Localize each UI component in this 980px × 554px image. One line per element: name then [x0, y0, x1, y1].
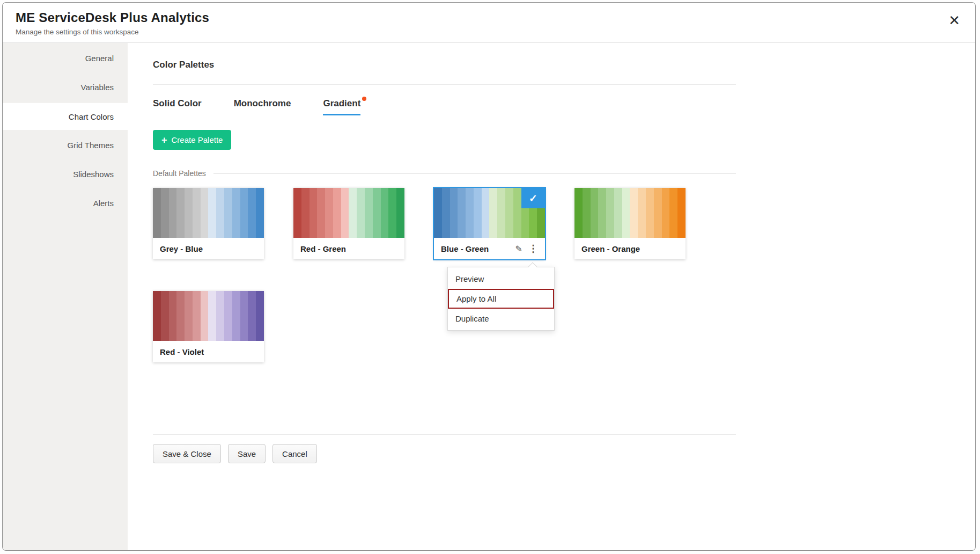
color-stripe — [176, 188, 185, 238]
sidebar-item-variables[interactable]: Variables — [3, 73, 128, 102]
sidebar-item-chart-colors[interactable]: Chart Colors — [3, 102, 128, 131]
color-stripe — [466, 188, 474, 238]
color-stripe — [240, 188, 248, 238]
tab-label: Monochrome — [234, 98, 291, 108]
palette-actions: ✎⋮ — [515, 243, 538, 254]
color-stripe — [224, 188, 232, 238]
default-palettes-row: Default Palettes — [153, 169, 736, 178]
color-stripe — [606, 188, 614, 238]
color-stripe — [622, 188, 630, 238]
color-stripe — [161, 188, 169, 238]
more-options-icon[interactable]: ⋮ — [528, 243, 538, 254]
palette-swatches — [153, 188, 264, 238]
color-stripe — [201, 291, 209, 341]
menu-item-preview[interactable]: Preview — [448, 269, 554, 289]
palette-type-tabs: Solid ColorMonochromeGradient — [153, 98, 736, 115]
color-stripe — [208, 188, 216, 238]
content-column: Color Palettes Solid ColorMonochromeGrad… — [153, 60, 736, 463]
palette-card-wrap: Red - Green — [293, 188, 404, 259]
color-stripe — [193, 188, 201, 238]
palette-card-red-green[interactable]: Red - Green — [293, 188, 404, 259]
menu-item-apply-to-all[interactable]: Apply to All — [448, 289, 554, 309]
color-stripe — [497, 188, 505, 238]
color-stripe — [293, 188, 301, 238]
footer-divider — [153, 434, 736, 435]
edit-pencil-icon[interactable]: ✎ — [515, 244, 522, 254]
palette-card-blue-green[interactable]: ✓Blue - Green✎⋮ — [434, 188, 545, 259]
palette-card-wrap: Grey - Blue — [153, 188, 264, 259]
color-stripe — [161, 291, 169, 341]
color-stripe — [341, 188, 349, 238]
color-stripe — [232, 291, 240, 341]
color-stripe — [513, 188, 521, 238]
color-stripe — [248, 291, 256, 341]
palette-name: Green - Orange — [581, 244, 679, 253]
selected-check-icon: ✓ — [521, 188, 545, 208]
palette-label-row: Grey - Blue — [153, 238, 264, 259]
color-stripe — [646, 188, 654, 238]
palette-name: Grey - Blue — [160, 244, 257, 253]
color-stripe — [325, 188, 333, 238]
screen: ME ServiceDesk Plus Analytics Manage the… — [0, 0, 980, 554]
palette-card-green-orange[interactable]: Green - Orange — [574, 188, 686, 259]
color-stripe — [677, 188, 686, 238]
save-close-button[interactable]: Save & Close — [153, 444, 221, 463]
color-stripe — [153, 188, 161, 238]
palette-name: Red - Violet — [160, 347, 257, 356]
color-stripe — [505, 188, 513, 238]
dialog-header: ME ServiceDesk Plus Analytics Manage the… — [3, 3, 975, 43]
color-stripe — [256, 188, 264, 238]
palette-label-row: Green - Orange — [574, 238, 686, 259]
sidebar: GeneralVariablesChart ColorsGrid ThemesS… — [3, 43, 128, 550]
create-palette-button[interactable]: + Create Palette — [153, 130, 231, 150]
main-panel: Color Palettes Solid ColorMonochromeGrad… — [128, 43, 975, 550]
palette-swatches — [293, 188, 404, 238]
color-stripe — [176, 291, 185, 341]
color-stripe — [317, 188, 325, 238]
palette-swatches — [153, 291, 264, 341]
color-stripe — [598, 188, 606, 238]
color-stripe — [434, 188, 442, 238]
palette-card-red-violet[interactable]: Red - Violet — [153, 291, 264, 362]
unsaved-dot-icon — [362, 97, 366, 101]
tab-monochrome[interactable]: Monochrome — [234, 98, 291, 115]
sidebar-item-general[interactable]: General — [3, 44, 128, 73]
palette-card-wrap: Red - Violet — [153, 291, 264, 362]
menu-item-duplicate[interactable]: Duplicate — [448, 309, 554, 329]
palette-label-row: Blue - Green✎⋮ — [434, 238, 545, 259]
color-stripe — [248, 188, 256, 238]
tab-label: Gradient — [323, 98, 360, 108]
default-palettes-divider — [213, 173, 736, 174]
color-stripe — [232, 188, 240, 238]
plus-icon: + — [161, 135, 167, 145]
close-icon[interactable]: ✕ — [948, 13, 960, 27]
color-stripe — [301, 188, 310, 238]
palette-label-row: Red - Violet — [153, 341, 264, 362]
palette-card-grey-blue[interactable]: Grey - Blue — [153, 188, 264, 259]
sidebar-item-slideshows[interactable]: Slideshows — [3, 160, 128, 189]
color-stripe — [357, 188, 365, 238]
color-stripe — [216, 291, 224, 341]
sidebar-item-grid-themes[interactable]: Grid Themes — [3, 131, 128, 160]
color-stripe — [381, 188, 389, 238]
footer-buttons: Save & CloseSaveCancel — [153, 444, 736, 463]
cancel-button[interactable]: Cancel — [272, 444, 317, 463]
tab-gradient[interactable]: Gradient — [323, 98, 360, 115]
dialog-subtitle: Manage the settings of this workspace — [16, 28, 962, 36]
sidebar-item-alerts[interactable]: Alerts — [3, 189, 128, 218]
color-stripe — [638, 188, 646, 238]
color-stripe — [654, 188, 662, 238]
default-palettes-label: Default Palettes — [153, 169, 206, 178]
color-stripe — [591, 188, 599, 238]
page-title: Color Palettes — [153, 60, 736, 70]
palette-swatches — [574, 188, 686, 238]
color-stripe — [388, 188, 396, 238]
dialog-body: GeneralVariablesChart ColorsGrid ThemesS… — [3, 43, 975, 550]
color-stripe — [396, 188, 404, 238]
color-stripe — [169, 291, 177, 341]
color-stripe — [349, 188, 357, 238]
color-stripe — [630, 188, 638, 238]
save-button[interactable]: Save — [228, 444, 266, 463]
color-stripe — [185, 188, 193, 238]
tab-solid-color[interactable]: Solid Color — [153, 98, 202, 115]
